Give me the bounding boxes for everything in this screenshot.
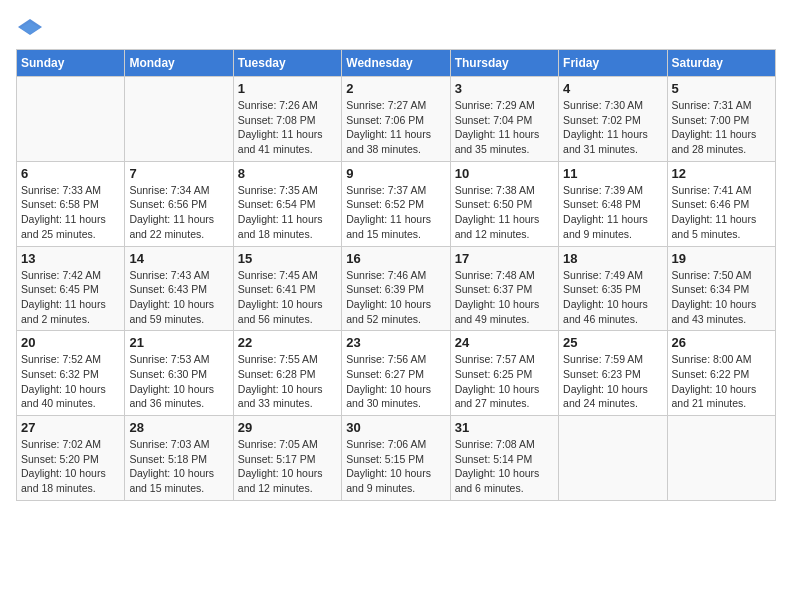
day-number: 20	[21, 335, 120, 350]
day-of-week-header: Thursday	[450, 50, 558, 77]
day-number: 21	[129, 335, 228, 350]
day-info: Sunrise: 7:31 AM Sunset: 7:00 PM Dayligh…	[672, 98, 771, 157]
day-number: 23	[346, 335, 445, 350]
day-number: 17	[455, 251, 554, 266]
day-of-week-header: Wednesday	[342, 50, 450, 77]
day-info: Sunrise: 7:48 AM Sunset: 6:37 PM Dayligh…	[455, 268, 554, 327]
calendar-cell: 29Sunrise: 7:05 AM Sunset: 5:17 PM Dayli…	[233, 416, 341, 501]
calendar-cell: 18Sunrise: 7:49 AM Sunset: 6:35 PM Dayli…	[559, 246, 667, 331]
day-number: 12	[672, 166, 771, 181]
calendar-cell: 5Sunrise: 7:31 AM Sunset: 7:00 PM Daylig…	[667, 77, 775, 162]
calendar-cell	[17, 77, 125, 162]
calendar-cell	[559, 416, 667, 501]
day-info: Sunrise: 7:57 AM Sunset: 6:25 PM Dayligh…	[455, 352, 554, 411]
day-number: 8	[238, 166, 337, 181]
day-info: Sunrise: 7:41 AM Sunset: 6:46 PM Dayligh…	[672, 183, 771, 242]
logo	[16, 16, 48, 37]
day-info: Sunrise: 7:02 AM Sunset: 5:20 PM Dayligh…	[21, 437, 120, 496]
day-of-week-header: Monday	[125, 50, 233, 77]
day-of-week-header: Friday	[559, 50, 667, 77]
calendar-cell: 12Sunrise: 7:41 AM Sunset: 6:46 PM Dayli…	[667, 161, 775, 246]
day-number: 24	[455, 335, 554, 350]
calendar-cell: 24Sunrise: 7:57 AM Sunset: 6:25 PM Dayli…	[450, 331, 558, 416]
calendar-cell: 19Sunrise: 7:50 AM Sunset: 6:34 PM Dayli…	[667, 246, 775, 331]
calendar-cell: 26Sunrise: 8:00 AM Sunset: 6:22 PM Dayli…	[667, 331, 775, 416]
calendar-cell: 3Sunrise: 7:29 AM Sunset: 7:04 PM Daylig…	[450, 77, 558, 162]
calendar-cell: 7Sunrise: 7:34 AM Sunset: 6:56 PM Daylig…	[125, 161, 233, 246]
calendar-cell: 11Sunrise: 7:39 AM Sunset: 6:48 PM Dayli…	[559, 161, 667, 246]
calendar-cell: 8Sunrise: 7:35 AM Sunset: 6:54 PM Daylig…	[233, 161, 341, 246]
calendar-cell: 14Sunrise: 7:43 AM Sunset: 6:43 PM Dayli…	[125, 246, 233, 331]
day-number: 18	[563, 251, 662, 266]
day-info: Sunrise: 7:06 AM Sunset: 5:15 PM Dayligh…	[346, 437, 445, 496]
day-info: Sunrise: 7:27 AM Sunset: 7:06 PM Dayligh…	[346, 98, 445, 157]
day-info: Sunrise: 7:59 AM Sunset: 6:23 PM Dayligh…	[563, 352, 662, 411]
day-info: Sunrise: 7:43 AM Sunset: 6:43 PM Dayligh…	[129, 268, 228, 327]
day-info: Sunrise: 7:37 AM Sunset: 6:52 PM Dayligh…	[346, 183, 445, 242]
day-number: 16	[346, 251, 445, 266]
calendar-cell	[125, 77, 233, 162]
day-number: 1	[238, 81, 337, 96]
day-number: 4	[563, 81, 662, 96]
day-info: Sunrise: 7:55 AM Sunset: 6:28 PM Dayligh…	[238, 352, 337, 411]
calendar-cell: 10Sunrise: 7:38 AM Sunset: 6:50 PM Dayli…	[450, 161, 558, 246]
day-number: 11	[563, 166, 662, 181]
calendar-cell: 22Sunrise: 7:55 AM Sunset: 6:28 PM Dayli…	[233, 331, 341, 416]
calendar-cell: 9Sunrise: 7:37 AM Sunset: 6:52 PM Daylig…	[342, 161, 450, 246]
day-info: Sunrise: 7:49 AM Sunset: 6:35 PM Dayligh…	[563, 268, 662, 327]
day-info: Sunrise: 7:56 AM Sunset: 6:27 PM Dayligh…	[346, 352, 445, 411]
day-info: Sunrise: 7:52 AM Sunset: 6:32 PM Dayligh…	[21, 352, 120, 411]
calendar-cell: 16Sunrise: 7:46 AM Sunset: 6:39 PM Dayli…	[342, 246, 450, 331]
calendar-cell: 31Sunrise: 7:08 AM Sunset: 5:14 PM Dayli…	[450, 416, 558, 501]
day-info: Sunrise: 7:08 AM Sunset: 5:14 PM Dayligh…	[455, 437, 554, 496]
day-number: 30	[346, 420, 445, 435]
calendar-cell: 21Sunrise: 7:53 AM Sunset: 6:30 PM Dayli…	[125, 331, 233, 416]
day-number: 22	[238, 335, 337, 350]
day-of-week-header: Tuesday	[233, 50, 341, 77]
calendar-cell: 6Sunrise: 7:33 AM Sunset: 6:58 PM Daylig…	[17, 161, 125, 246]
calendar-cell: 15Sunrise: 7:45 AM Sunset: 6:41 PM Dayli…	[233, 246, 341, 331]
day-number: 6	[21, 166, 120, 181]
day-number: 29	[238, 420, 337, 435]
day-number: 15	[238, 251, 337, 266]
day-info: Sunrise: 7:45 AM Sunset: 6:41 PM Dayligh…	[238, 268, 337, 327]
day-number: 13	[21, 251, 120, 266]
day-number: 28	[129, 420, 228, 435]
day-of-week-header: Sunday	[17, 50, 125, 77]
day-number: 7	[129, 166, 228, 181]
day-number: 5	[672, 81, 771, 96]
calendar-cell	[667, 416, 775, 501]
day-info: Sunrise: 7:33 AM Sunset: 6:58 PM Dayligh…	[21, 183, 120, 242]
calendar-cell: 4Sunrise: 7:30 AM Sunset: 7:02 PM Daylig…	[559, 77, 667, 162]
day-info: Sunrise: 7:42 AM Sunset: 6:45 PM Dayligh…	[21, 268, 120, 327]
day-number: 9	[346, 166, 445, 181]
day-info: Sunrise: 7:38 AM Sunset: 6:50 PM Dayligh…	[455, 183, 554, 242]
calendar-cell: 13Sunrise: 7:42 AM Sunset: 6:45 PM Dayli…	[17, 246, 125, 331]
day-info: Sunrise: 7:03 AM Sunset: 5:18 PM Dayligh…	[129, 437, 228, 496]
day-info: Sunrise: 7:34 AM Sunset: 6:56 PM Dayligh…	[129, 183, 228, 242]
day-info: Sunrise: 7:30 AM Sunset: 7:02 PM Dayligh…	[563, 98, 662, 157]
page-header	[16, 16, 776, 37]
calendar-cell: 23Sunrise: 7:56 AM Sunset: 6:27 PM Dayli…	[342, 331, 450, 416]
day-info: Sunrise: 7:05 AM Sunset: 5:17 PM Dayligh…	[238, 437, 337, 496]
calendar-cell: 2Sunrise: 7:27 AM Sunset: 7:06 PM Daylig…	[342, 77, 450, 162]
day-of-week-header: Saturday	[667, 50, 775, 77]
day-number: 2	[346, 81, 445, 96]
calendar-cell: 17Sunrise: 7:48 AM Sunset: 6:37 PM Dayli…	[450, 246, 558, 331]
day-number: 3	[455, 81, 554, 96]
calendar-cell: 27Sunrise: 7:02 AM Sunset: 5:20 PM Dayli…	[17, 416, 125, 501]
day-number: 19	[672, 251, 771, 266]
calendar-cell: 20Sunrise: 7:52 AM Sunset: 6:32 PM Dayli…	[17, 331, 125, 416]
calendar-cell: 28Sunrise: 7:03 AM Sunset: 5:18 PM Dayli…	[125, 416, 233, 501]
calendar-cell: 30Sunrise: 7:06 AM Sunset: 5:15 PM Dayli…	[342, 416, 450, 501]
calendar-cell: 25Sunrise: 7:59 AM Sunset: 6:23 PM Dayli…	[559, 331, 667, 416]
day-info: Sunrise: 7:39 AM Sunset: 6:48 PM Dayligh…	[563, 183, 662, 242]
day-number: 31	[455, 420, 554, 435]
calendar-cell: 1Sunrise: 7:26 AM Sunset: 7:08 PM Daylig…	[233, 77, 341, 162]
day-info: Sunrise: 7:46 AM Sunset: 6:39 PM Dayligh…	[346, 268, 445, 327]
day-number: 14	[129, 251, 228, 266]
day-info: Sunrise: 7:50 AM Sunset: 6:34 PM Dayligh…	[672, 268, 771, 327]
day-info: Sunrise: 7:35 AM Sunset: 6:54 PM Dayligh…	[238, 183, 337, 242]
calendar-table: SundayMondayTuesdayWednesdayThursdayFrid…	[16, 49, 776, 501]
day-number: 25	[563, 335, 662, 350]
